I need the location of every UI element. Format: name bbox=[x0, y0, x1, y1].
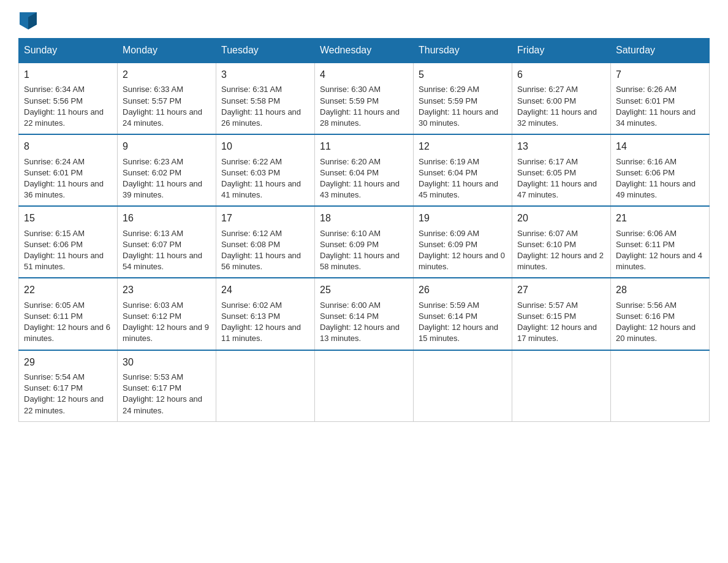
weekday-header-cell: Friday bbox=[512, 39, 611, 63]
day-number: 14 bbox=[616, 140, 704, 153]
day-info: Sunrise: 6:06 AMSunset: 6:11 PMDaylight:… bbox=[616, 229, 702, 272]
calendar-cell: 25 Sunrise: 6:00 AMSunset: 6:14 PMDaylig… bbox=[315, 278, 414, 350]
day-info: Sunrise: 6:27 AMSunset: 6:00 PMDaylight:… bbox=[517, 85, 597, 128]
day-info: Sunrise: 5:57 AMSunset: 6:15 PMDaylight:… bbox=[517, 301, 597, 343]
day-number: 3 bbox=[221, 68, 309, 82]
calendar-cell: 15 Sunrise: 6:15 AMSunset: 6:06 PMDaylig… bbox=[19, 206, 118, 278]
day-info: Sunrise: 6:20 AMSunset: 6:04 PMDaylight:… bbox=[320, 157, 400, 200]
calendar-cell: 4 Sunrise: 6:30 AMSunset: 5:59 PMDayligh… bbox=[315, 63, 414, 134]
day-number: 25 bbox=[320, 283, 408, 297]
day-info: Sunrise: 6:07 AMSunset: 6:10 PMDaylight:… bbox=[517, 229, 604, 272]
weekday-header-cell: Tuesday bbox=[216, 39, 315, 63]
day-number: 15 bbox=[24, 212, 112, 225]
day-info: Sunrise: 6:00 AMSunset: 6:14 PMDaylight:… bbox=[320, 301, 400, 343]
calendar-cell: 2 Sunrise: 6:33 AMSunset: 5:57 PMDayligh… bbox=[118, 63, 216, 134]
day-info: Sunrise: 6:13 AMSunset: 6:07 PMDaylight:… bbox=[123, 229, 202, 272]
calendar-cell bbox=[315, 350, 414, 422]
day-number: 10 bbox=[221, 140, 309, 153]
day-number: 30 bbox=[123, 356, 211, 369]
calendar-cell bbox=[216, 350, 315, 422]
day-info: Sunrise: 6:22 AMSunset: 6:03 PMDaylight:… bbox=[221, 157, 301, 200]
calendar-cell: 18 Sunrise: 6:10 AMSunset: 6:09 PMDaylig… bbox=[315, 206, 414, 278]
day-info: Sunrise: 6:26 AMSunset: 6:01 PMDaylight:… bbox=[616, 85, 696, 128]
day-number: 28 bbox=[616, 283, 704, 297]
day-number: 20 bbox=[517, 212, 605, 225]
calendar-cell: 3 Sunrise: 6:31 AMSunset: 5:58 PMDayligh… bbox=[216, 63, 315, 134]
calendar-cell: 16 Sunrise: 6:13 AMSunset: 6:07 PMDaylig… bbox=[118, 206, 216, 278]
day-number: 29 bbox=[24, 356, 112, 369]
calendar-cell: 8 Sunrise: 6:24 AMSunset: 6:01 PMDayligh… bbox=[19, 134, 118, 206]
day-number: 7 bbox=[616, 68, 704, 82]
day-info: Sunrise: 6:12 AMSunset: 6:08 PMDaylight:… bbox=[221, 229, 301, 272]
calendar-week-row: 15 Sunrise: 6:15 AMSunset: 6:06 PMDaylig… bbox=[19, 206, 710, 278]
day-info: Sunrise: 5:59 AMSunset: 6:14 PMDaylight:… bbox=[419, 301, 498, 343]
day-info: Sunrise: 6:02 AMSunset: 6:13 PMDaylight:… bbox=[221, 301, 301, 343]
weekday-header-cell: Sunday bbox=[19, 39, 118, 63]
day-number: 5 bbox=[419, 68, 507, 82]
page-header bbox=[18, 12, 710, 28]
calendar-cell bbox=[611, 350, 710, 422]
day-info: Sunrise: 5:54 AMSunset: 6:17 PMDaylight:… bbox=[24, 372, 104, 415]
day-number: 22 bbox=[24, 283, 112, 297]
day-number: 19 bbox=[419, 212, 507, 225]
calendar-cell bbox=[512, 350, 611, 422]
calendar-cell: 12 Sunrise: 6:19 AMSunset: 6:04 PMDaylig… bbox=[414, 134, 512, 206]
weekday-header-cell: Saturday bbox=[611, 39, 710, 63]
calendar-cell: 5 Sunrise: 6:29 AMSunset: 5:59 PMDayligh… bbox=[414, 63, 512, 134]
calendar-cell: 11 Sunrise: 6:20 AMSunset: 6:04 PMDaylig… bbox=[315, 134, 414, 206]
day-number: 21 bbox=[616, 212, 704, 225]
calendar-cell: 29 Sunrise: 5:54 AMSunset: 6:17 PMDaylig… bbox=[19, 350, 118, 422]
calendar-week-row: 22 Sunrise: 6:05 AMSunset: 6:11 PMDaylig… bbox=[19, 278, 710, 350]
calendar-cell: 20 Sunrise: 6:07 AMSunset: 6:10 PMDaylig… bbox=[512, 206, 611, 278]
day-info: Sunrise: 5:56 AMSunset: 6:16 PMDaylight:… bbox=[616, 301, 696, 343]
calendar-week-row: 1 Sunrise: 6:34 AMSunset: 5:56 PMDayligh… bbox=[19, 63, 710, 134]
day-info: Sunrise: 6:03 AMSunset: 6:12 PMDaylight:… bbox=[123, 301, 209, 343]
calendar-cell: 23 Sunrise: 6:03 AMSunset: 6:12 PMDaylig… bbox=[118, 278, 216, 350]
day-info: Sunrise: 6:15 AMSunset: 6:06 PMDaylight:… bbox=[24, 229, 104, 272]
day-number: 23 bbox=[123, 283, 211, 297]
calendar-cell: 9 Sunrise: 6:23 AMSunset: 6:02 PMDayligh… bbox=[118, 134, 216, 206]
day-info: Sunrise: 6:34 AMSunset: 5:56 PMDaylight:… bbox=[24, 85, 104, 128]
day-number: 24 bbox=[221, 283, 309, 297]
day-info: Sunrise: 6:23 AMSunset: 6:02 PMDaylight:… bbox=[123, 157, 202, 200]
weekday-header-cell: Wednesday bbox=[315, 39, 414, 63]
day-info: Sunrise: 6:05 AMSunset: 6:11 PMDaylight:… bbox=[24, 301, 110, 343]
logo bbox=[18, 12, 37, 28]
day-number: 8 bbox=[24, 140, 112, 153]
day-info: Sunrise: 6:33 AMSunset: 5:57 PMDaylight:… bbox=[123, 85, 202, 128]
calendar-week-row: 8 Sunrise: 6:24 AMSunset: 6:01 PMDayligh… bbox=[19, 134, 710, 206]
day-number: 16 bbox=[123, 212, 211, 225]
day-info: Sunrise: 5:53 AMSunset: 6:17 PMDaylight:… bbox=[123, 372, 202, 415]
day-number: 26 bbox=[419, 283, 507, 297]
day-info: Sunrise: 6:30 AMSunset: 5:59 PMDaylight:… bbox=[320, 85, 400, 128]
calendar-cell: 13 Sunrise: 6:17 AMSunset: 6:05 PMDaylig… bbox=[512, 134, 611, 206]
calendar-cell: 1 Sunrise: 6:34 AMSunset: 5:56 PMDayligh… bbox=[19, 63, 118, 134]
calendar-cell: 30 Sunrise: 5:53 AMSunset: 6:17 PMDaylig… bbox=[118, 350, 216, 422]
day-info: Sunrise: 6:09 AMSunset: 6:09 PMDaylight:… bbox=[419, 229, 505, 272]
weekday-header-cell: Monday bbox=[118, 39, 216, 63]
weekday-header-row: SundayMondayTuesdayWednesdayThursdayFrid… bbox=[19, 39, 710, 63]
calendar-cell: 27 Sunrise: 5:57 AMSunset: 6:15 PMDaylig… bbox=[512, 278, 611, 350]
calendar-cell: 19 Sunrise: 6:09 AMSunset: 6:09 PMDaylig… bbox=[414, 206, 512, 278]
day-info: Sunrise: 6:31 AMSunset: 5:58 PMDaylight:… bbox=[221, 85, 301, 128]
calendar-cell: 6 Sunrise: 6:27 AMSunset: 6:00 PMDayligh… bbox=[512, 63, 611, 134]
weekday-header-cell: Thursday bbox=[414, 39, 512, 63]
day-info: Sunrise: 6:10 AMSunset: 6:09 PMDaylight:… bbox=[320, 229, 400, 272]
day-number: 6 bbox=[517, 68, 605, 82]
calendar-cell: 28 Sunrise: 5:56 AMSunset: 6:16 PMDaylig… bbox=[611, 278, 710, 350]
calendar-body: 1 Sunrise: 6:34 AMSunset: 5:56 PMDayligh… bbox=[19, 63, 710, 421]
logo-icon bbox=[20, 12, 37, 29]
calendar-week-row: 29 Sunrise: 5:54 AMSunset: 6:17 PMDaylig… bbox=[19, 350, 710, 422]
calendar-cell: 26 Sunrise: 5:59 AMSunset: 6:14 PMDaylig… bbox=[414, 278, 512, 350]
day-number: 17 bbox=[221, 212, 309, 225]
calendar-cell: 22 Sunrise: 6:05 AMSunset: 6:11 PMDaylig… bbox=[19, 278, 118, 350]
day-number: 2 bbox=[123, 68, 211, 82]
calendar-table: SundayMondayTuesdayWednesdayThursdayFrid… bbox=[18, 38, 710, 422]
calendar-cell: 14 Sunrise: 6:16 AMSunset: 6:06 PMDaylig… bbox=[611, 134, 710, 206]
day-info: Sunrise: 6:17 AMSunset: 6:05 PMDaylight:… bbox=[517, 157, 597, 200]
day-number: 27 bbox=[517, 283, 605, 297]
calendar-cell: 17 Sunrise: 6:12 AMSunset: 6:08 PMDaylig… bbox=[216, 206, 315, 278]
calendar-cell bbox=[414, 350, 512, 422]
day-number: 11 bbox=[320, 140, 408, 153]
day-info: Sunrise: 6:24 AMSunset: 6:01 PMDaylight:… bbox=[24, 157, 104, 200]
